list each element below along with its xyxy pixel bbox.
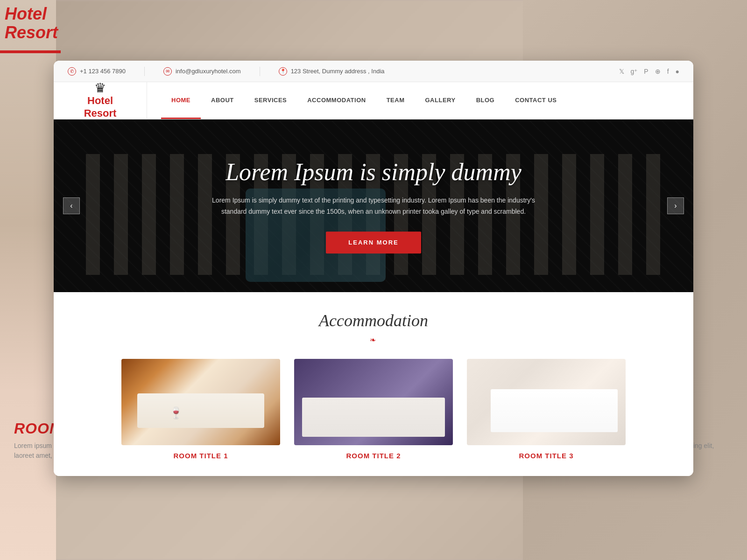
- social-icons: 𝕏 g⁺ P ⊕ f ●: [619, 68, 680, 75]
- phone-icon: ✆: [68, 67, 76, 76]
- logo-line1: Hotel: [84, 95, 117, 107]
- bg-red-bar: [0, 50, 61, 53]
- room-photo-3: [467, 359, 626, 445]
- address-info: 📍 123 Street, Dummy address , India: [279, 67, 385, 76]
- gplus-icon[interactable]: g⁺: [631, 68, 638, 75]
- main-card: ✆ +1 123 456 7890 ✉ info@gdluxuryhotel.c…: [54, 61, 693, 476]
- logo-text: Hotel Resort: [84, 95, 117, 119]
- nav-gallery[interactable]: GALLERY: [415, 82, 466, 119]
- room-card-3: ROOM TITLE 3: [467, 359, 626, 460]
- room-title-2[interactable]: ROOM TITLE 2: [294, 452, 453, 460]
- info-bar: ✆ +1 123 456 7890 ✉ info@gdluxuryhotel.c…: [54, 61, 693, 82]
- rooms-grid: ROOM TITLE 1 ROOM TITLE 2 ROOM TITLE 3: [77, 359, 670, 460]
- slider-prev-button[interactable]: ‹: [63, 197, 80, 214]
- room-card-1: ROOM TITLE 1: [121, 359, 280, 460]
- facebook-icon[interactable]: f: [667, 68, 669, 75]
- room-title-3[interactable]: ROOM TITLE 3: [467, 452, 626, 460]
- phone-info: ✆ +1 123 456 7890: [68, 67, 126, 76]
- navbar: ♛ Hotel Resort HOME ABOUT SERVICES ACCOM…: [54, 82, 693, 119]
- logo-section[interactable]: ♛ Hotel Resort: [54, 82, 147, 119]
- nav-accommodation[interactable]: ACCOMMODATION: [297, 82, 376, 119]
- room-title-1[interactable]: ROOM TITLE 1: [121, 452, 280, 460]
- nav-links: HOME ABOUT SERVICES ACCOMMODATION TEAM G…: [147, 82, 693, 119]
- location-icon: 📍: [279, 67, 287, 76]
- info-sep-2: [260, 67, 260, 76]
- logo-line2: Resort: [84, 107, 117, 119]
- room-image-1: [121, 359, 280, 445]
- hero-slider: ‹ › Lorem Ipsum is simply dummy Lorem Ip…: [54, 119, 693, 292]
- room-image-3: [467, 359, 626, 445]
- hero-content: Lorem Ipsum is simply dummy Lorem Ipsum …: [118, 158, 629, 253]
- phone-text: +1 123 456 7890: [80, 68, 126, 75]
- ornament-icon: ❧: [370, 336, 378, 344]
- rss-icon[interactable]: ⊕: [655, 68, 661, 75]
- nav-blog[interactable]: BLOG: [466, 82, 505, 119]
- nav-team[interactable]: TEAM: [376, 82, 415, 119]
- dribbble-icon[interactable]: ●: [676, 68, 679, 75]
- nav-contact[interactable]: CONTACT US: [505, 82, 567, 119]
- nav-about[interactable]: ABOUT: [201, 82, 244, 119]
- info-sep-1: [144, 67, 145, 76]
- bg-title-hotel: Hotel: [5, 5, 58, 23]
- room-photo-2: [294, 359, 453, 445]
- room-photo-1: [121, 359, 280, 445]
- accommodation-title: Accommodation: [77, 311, 670, 330]
- email-text: info@gdluxuryhotel.com: [176, 68, 241, 75]
- email-icon: ✉: [163, 67, 172, 76]
- nav-services[interactable]: SERVICES: [244, 82, 297, 119]
- hero-subtitle: Lorem Ipsum is simply dummy text of the …: [210, 195, 537, 217]
- bg-hotel-title: Hotel Resort: [5, 5, 58, 42]
- learn-more-button[interactable]: LEARN MORE: [326, 231, 421, 253]
- room-card-2: ROOM TITLE 2: [294, 359, 453, 460]
- logo-crown-icon: ♛: [94, 82, 106, 95]
- twitter-icon[interactable]: 𝕏: [619, 68, 624, 75]
- email-info: ✉ info@gdluxuryhotel.com: [163, 67, 241, 76]
- address-text: 123 Street, Dummy address , India: [291, 68, 385, 75]
- hero-title: Lorem Ipsum is simply dummy: [118, 158, 629, 186]
- room-image-2: [294, 359, 453, 445]
- slider-next-button[interactable]: ›: [667, 197, 684, 214]
- bg-title-resort: Resort: [5, 23, 58, 42]
- pinterest-icon[interactable]: P: [644, 68, 648, 75]
- accommodation-section: Accommodation ❧ ROOM TITLE 1 ROOM TITLE …: [54, 292, 693, 476]
- nav-home[interactable]: HOME: [161, 82, 201, 119]
- section-ornament: ❧: [77, 334, 670, 345]
